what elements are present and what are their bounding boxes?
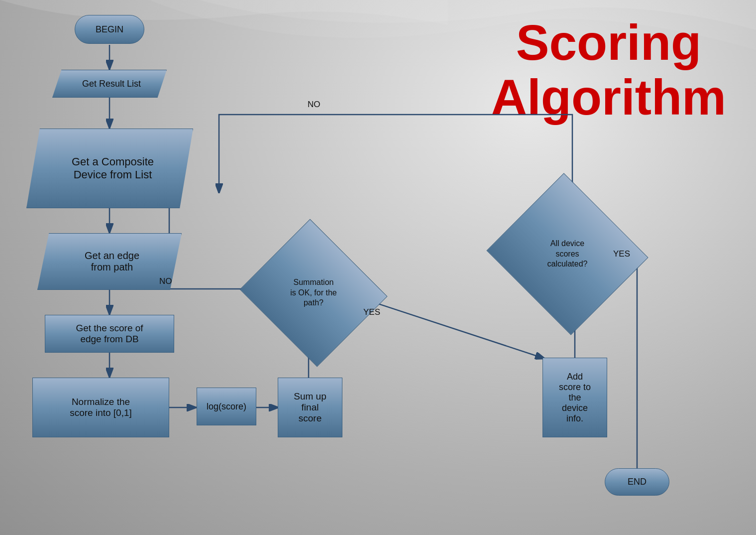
log-score-node: log(score): [197, 388, 256, 425]
summation-diamond: Summation is OK, for the path?: [259, 243, 368, 343]
get-result-list-node: Get Result List: [52, 70, 167, 98]
all-device-diamond: All device scores calculated?: [508, 199, 627, 309]
yes1-label: YES: [363, 307, 380, 317]
title-line1: Scoring: [491, 15, 726, 70]
no1-label: NO: [159, 276, 172, 286]
add-score-node: Add score to the device info.: [542, 358, 607, 437]
end-node: END: [605, 468, 669, 496]
title-line2: Algorithm: [491, 70, 726, 125]
yes2-label: YES: [613, 249, 630, 259]
sum-up-node: Sum up final score: [278, 378, 342, 437]
title: Scoring Algorithm: [491, 15, 726, 125]
get-composite-device-node: Get a Composite Device from List: [26, 129, 193, 208]
no2-label: NO: [308, 100, 321, 110]
get-score-node: Get the score of edge from DB: [45, 315, 174, 353]
normalize-node: Normalize the score into [0,1]: [32, 378, 169, 437]
content: Scoring Algorithm: [0, 0, 756, 535]
begin-node: BEGIN: [75, 15, 144, 44]
